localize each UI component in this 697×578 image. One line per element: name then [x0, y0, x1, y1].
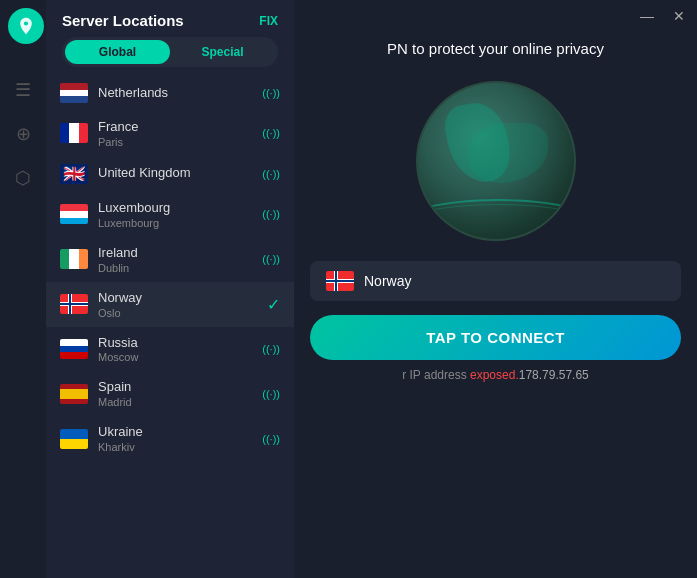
signal-icon-netherlands: ((·)) [262, 87, 280, 99]
globe-container [416, 81, 576, 241]
server-item-ukraine[interactable]: Ukraine Kharkiv ((·)) [46, 416, 294, 461]
flag-france [60, 123, 88, 143]
server-city-luxembourg: Luxembourg [98, 217, 254, 229]
selected-server-bar: Norway [310, 261, 681, 301]
server-info-netherlands: Netherlands [98, 85, 254, 102]
signal-icon-ireland: ((·)) [262, 253, 280, 265]
flag-netherlands [60, 83, 88, 103]
ip-address: 178.79.57.65 [519, 368, 589, 382]
server-info-france: France Paris [98, 119, 254, 148]
server-info-norway: Norway Oslo [98, 290, 259, 319]
shield-icon[interactable]: ⬡ [9, 164, 37, 192]
menu-icon[interactable]: ☰ [9, 76, 37, 104]
server-item-uk[interactable]: United Kingdom ((·)) [46, 156, 294, 192]
server-city-ireland: Dublin [98, 262, 254, 274]
server-item-france[interactable]: France Paris ((·)) [46, 111, 294, 156]
server-info-luxembourg: Luxembourg Luxembourg [98, 200, 254, 229]
ip-prefix: r IP address [402, 368, 470, 382]
server-info-ireland: Ireland Dublin [98, 245, 254, 274]
svg-point-0 [24, 21, 28, 25]
globe-ring2 [416, 204, 576, 241]
privacy-text: PN to protect your online privacy [371, 40, 620, 57]
signal-icon-france: ((·)) [262, 127, 280, 139]
server-item-norway[interactable]: Norway Oslo ✓ [46, 282, 294, 327]
server-name-russia: Russia [98, 335, 254, 352]
server-item-luxembourg[interactable]: Luxembourg Luxembourg ((·)) [46, 192, 294, 237]
server-list: Netherlands ((·)) France Paris ((·)) Uni… [46, 75, 294, 578]
signal-icon-spain: ((·)) [262, 388, 280, 400]
server-panel: Server Locations FIX Global Special Neth… [46, 0, 294, 578]
flag-norway [60, 294, 88, 314]
sidebar-icons: ☰ ⊕ ⬡ [0, 60, 46, 578]
server-city-ukraine: Kharkiv [98, 441, 254, 453]
tab-special[interactable]: Special [170, 40, 275, 64]
ip-exposed-label: exposed. [470, 368, 519, 382]
tab-switcher: Global Special [62, 37, 278, 67]
title-bar: — ✕ [0, 0, 697, 32]
flag-ukraine [60, 429, 88, 449]
server-name-spain: Spain [98, 379, 254, 396]
tab-global[interactable]: Global [65, 40, 170, 64]
globe-icon[interactable]: ⊕ [9, 120, 37, 148]
server-info-uk: United Kingdom [98, 165, 254, 182]
flag-russia [60, 339, 88, 359]
server-info-spain: Spain Madrid [98, 379, 254, 408]
check-icon-norway: ✓ [267, 295, 280, 314]
server-name-norway: Norway [98, 290, 259, 307]
signal-icon-uk: ((·)) [262, 168, 280, 180]
flag-spain [60, 384, 88, 404]
signal-icon-luxembourg: ((·)) [262, 208, 280, 220]
minimize-button[interactable]: — [637, 6, 657, 26]
main-content: PN to protect your online privacy Norway… [294, 0, 697, 578]
signal-icon-russia: ((·)) [262, 343, 280, 355]
flag-uk [60, 164, 88, 184]
server-item-netherlands[interactable]: Netherlands ((·)) [46, 75, 294, 111]
close-button[interactable]: ✕ [669, 6, 689, 26]
server-name-france: France [98, 119, 254, 136]
selected-flag [326, 271, 354, 291]
app-logo[interactable] [8, 8, 44, 44]
server-info-ukraine: Ukraine Kharkiv [98, 424, 254, 453]
connect-button[interactable]: TAP TO CONNECT [310, 315, 681, 360]
server-name-uk: United Kingdom [98, 165, 254, 182]
server-name-luxembourg: Luxembourg [98, 200, 254, 217]
server-city-france: Paris [98, 136, 254, 148]
flag-luxembourg [60, 204, 88, 224]
globe-visual [416, 81, 576, 241]
signal-icon-ukraine: ((·)) [262, 433, 280, 445]
server-name-netherlands: Netherlands [98, 85, 254, 102]
server-item-spain[interactable]: Spain Madrid ((·)) [46, 371, 294, 416]
server-item-russia[interactable]: Russia Moscow ((·)) [46, 327, 294, 372]
selected-server-name: Norway [364, 273, 411, 289]
server-info-russia: Russia Moscow [98, 335, 254, 364]
server-item-ireland[interactable]: Ireland Dublin ((·)) [46, 237, 294, 282]
server-city-spain: Madrid [98, 396, 254, 408]
flag-ireland [60, 249, 88, 269]
server-name-ireland: Ireland [98, 245, 254, 262]
server-city-russia: Moscow [98, 351, 254, 363]
server-city-norway: Oslo [98, 307, 259, 319]
ip-info: r IP address exposed.178.79.57.65 [402, 368, 589, 382]
server-name-ukraine: Ukraine [98, 424, 254, 441]
